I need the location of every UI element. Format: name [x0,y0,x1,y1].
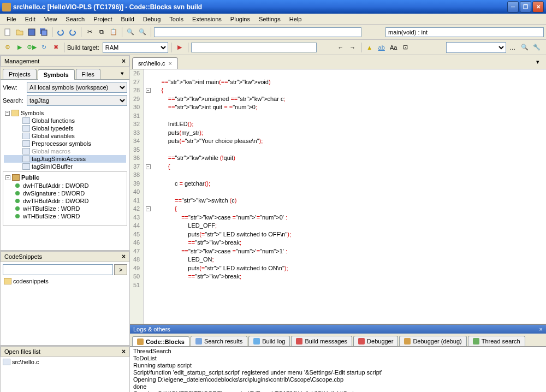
public-member[interactable]: dwSignature : DWORD [4,189,126,197]
snippet-search-input[interactable] [3,264,113,275]
symbol-item[interactable]: Global functions [4,117,126,124]
public-member[interactable]: dwHTBufAddr : DWORD [4,182,126,189]
function-hint-field[interactable] [385,27,544,37]
fold-gutter[interactable]: −−− [144,69,152,324]
save-all-button[interactable] [38,27,49,38]
build-target-select[interactable]: RAM [103,42,168,53]
symbol-icon [22,148,30,155]
public-member[interactable]: wHTBufSize : WORD [4,205,126,212]
undo-button[interactable] [55,27,66,38]
member-icon [15,183,20,188]
menu-search[interactable]: Search [61,15,89,23]
editor-tab-menu[interactable]: ▾ [532,57,544,69]
replace-button[interactable]: 🔍 [137,27,148,38]
nav-forward-button[interactable]: → [347,42,358,53]
tab-icon [137,338,144,345]
tab-projects[interactable]: Projects [3,69,37,79]
menu-extensions[interactable]: Extensions [188,15,226,23]
menu-edit[interactable]: Edit [21,15,40,23]
save-button[interactable] [26,27,37,38]
snippet-search-button[interactable]: > [114,264,127,275]
new-file-button[interactable] [2,27,13,38]
goto-input[interactable] [154,27,361,37]
logs-close-button[interactable]: × [539,326,543,332]
redo-button[interactable] [67,27,78,38]
openfiles-close-button[interactable]: × [122,348,126,355]
logs-output[interactable]: ThreadSearchToDoListRunning startup scri… [130,347,546,392]
nav-back-button[interactable]: ← [335,42,346,53]
build-run-button[interactable]: ⚙▶ [26,42,37,53]
symbol-item[interactable]: Global macros [4,147,126,155]
management-close-button[interactable]: × [122,57,126,65]
search-go-button[interactable]: 🔍 [519,42,530,53]
symbol-search-input[interactable]: tagJtag [27,95,127,106]
symbol-item[interactable]: tagSimIOBuffer [4,163,126,170]
log-line: Opening D:\eigene_dateien\codeblocks\src… [133,376,543,383]
logs-tab-build-log[interactable]: Build log [248,336,290,346]
find-button[interactable]: 🔍 [125,27,136,38]
log-line: ToDoList [133,355,543,362]
maximize-button[interactable]: ❐ [520,1,531,13]
management-header: Management × [1,56,129,67]
search-toolbar-input[interactable] [191,43,317,52]
open-file-item[interactable]: src\hello.c [2,358,128,366]
menu-debug[interactable]: Debug [139,15,165,23]
tab-files[interactable]: Files [76,69,100,79]
extra-select[interactable] [446,42,506,53]
collapse-icon[interactable]: − [5,111,10,116]
menu-tools[interactable]: Tools [165,15,188,23]
editor-tab-hello[interactable]: src\hello.c × [132,57,178,69]
tab-symbols[interactable]: Symbols [38,69,75,80]
line-numbers: 2627282930313233343536373839404142434445… [130,69,144,324]
symbol-item[interactable]: Global typedefs [4,124,126,132]
close-button[interactable]: ✕ [532,1,544,13]
options-button[interactable]: … [507,42,518,53]
tab-close-button[interactable]: × [169,60,172,67]
log-line: Script/function 'edit_startup_script.scr… [133,369,543,376]
rebuild-button[interactable]: ↻ [38,42,49,53]
copy-button[interactable]: ⧉ [96,27,107,38]
public-header[interactable]: − Public [4,173,126,182]
minimize-button[interactable]: ─ [507,1,519,13]
run-button[interactable]: ▶ [14,42,25,53]
menu-help[interactable]: Help [285,15,306,23]
menu-file[interactable]: File [2,15,21,23]
symbol-item[interactable]: tagJtagSimioAccess [4,155,126,163]
snippets-close-button[interactable]: × [122,253,126,260]
collapse-icon[interactable]: − [5,175,10,180]
symbol-item[interactable]: Preprocessor symbols [4,140,126,147]
symbol-item[interactable]: Global variables [4,132,126,140]
menu-project[interactable]: Project [89,15,116,23]
wrench-button[interactable]: 🔧 [531,42,542,53]
menu-settings[interactable]: Settings [254,15,285,23]
regex-button[interactable]: ⊡ [400,42,411,53]
public-member[interactable]: wTHBufSize : WORD [4,212,126,220]
logs-tab-debugger-debug-[interactable]: Debugger (debug) [399,336,466,346]
logs-tab-code-blocks[interactable]: Code::Blocks [132,336,189,347]
build-button[interactable]: ⚙ [2,42,13,53]
logs-header: Logs & others × [130,325,546,334]
cut-button[interactable]: ✂ [84,27,95,38]
symbols-root[interactable]: − Symbols [4,109,126,117]
public-member[interactable]: dwTHBufAddr : DWORD [4,197,126,205]
select-button[interactable]: ab [376,42,387,53]
menu-view[interactable]: View [40,15,62,23]
case-button[interactable]: Aa [388,42,399,53]
logs-tab-debugger[interactable]: Debugger [353,336,398,346]
highlight-button[interactable]: ▲ [364,42,375,53]
tab-menu-button[interactable]: ▾ [117,69,127,79]
menu-plugins[interactable]: Plugins [226,15,254,23]
paste-button[interactable]: 📋 [108,27,119,38]
snippets-root[interactable]: codesnippets [3,277,127,285]
open-button[interactable] [14,27,25,38]
logs-tab-build-messages[interactable]: Build messages [291,336,352,346]
svg-rect-3 [41,30,47,35]
menu-build[interactable]: Build [116,15,138,23]
logs-tab-thread-search[interactable]: Thread search [468,336,525,346]
view-select[interactable]: All local symbols (workspace) [27,82,127,93]
code-editor[interactable]: 2627282930313233343536373839404142434445… [130,69,546,324]
abort-button[interactable]: ✖ [50,42,61,53]
debug-start-button[interactable]: ▶ [174,42,185,53]
app-icon [2,3,11,11]
logs-tab-search-results[interactable]: Search results [191,336,247,346]
